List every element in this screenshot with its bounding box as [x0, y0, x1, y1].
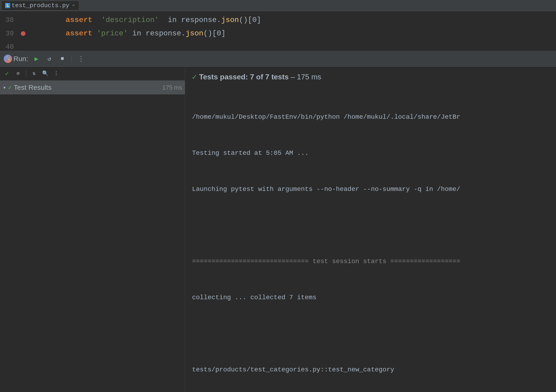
- log-line-5: ============================== test sess…: [192, 255, 549, 268]
- search-button[interactable]: 🔍: [41, 69, 49, 78]
- log-line-7: [192, 328, 549, 340]
- log-line-4: [192, 219, 549, 231]
- line-number-39: 39: [0, 27, 18, 40]
- code-content-40: [28, 40, 34, 54]
- cancel-button[interactable]: ⊘: [14, 69, 22, 78]
- line-number-40: 40: [0, 40, 18, 54]
- python-file-icon: 🐍: [5, 3, 10, 8]
- parens: ()[0]: [239, 16, 261, 24]
- sort-button[interactable]: ⇅: [30, 69, 38, 78]
- gutter-39: [18, 31, 28, 36]
- editor-section: 🐍 test_products.py × 38 assert 'descript…: [0, 0, 556, 51]
- var-response-2: response: [146, 29, 181, 38]
- breakpoint-marker[interactable]: [21, 31, 25, 36]
- test-results-time: 175 ms: [162, 84, 182, 91]
- parens-2: ()[0]: [203, 29, 226, 38]
- test-sidebar: ✓ ⊘ ⇅ 🔍 ⋮ ▾ ✓ Test Results 175 ms: [0, 67, 185, 392]
- code-line-39: 39 assert 'price' in response.json()[0]: [0, 27, 556, 40]
- string-price: 'price': [97, 29, 128, 38]
- log-line-2: Testing started at 5:05 AM ...: [192, 147, 549, 159]
- output-status-bar: ✓ Tests passed: 7 of 7 tests – 175 ms: [192, 71, 549, 82]
- status-passed-label: Tests passed: 7 of 7 tests: [199, 73, 288, 81]
- code-editor[interactable]: 38 assert 'description' in response.json…: [0, 11, 556, 56]
- log-line-8: tests/products/test_categories.py::test_…: [192, 364, 549, 376]
- space: [92, 29, 97, 38]
- test-results-tree-item[interactable]: ▾ ✓ Test Results 175 ms: [0, 81, 185, 94]
- log-line-1: /home/mukul/Desktop/FastEnv/bin/python /…: [192, 111, 549, 123]
- test-results-label: Test Results: [14, 84, 160, 92]
- dot-2: .: [181, 29, 185, 38]
- sidebar-separator: [26, 70, 26, 77]
- line-number-38: 38: [0, 13, 18, 27]
- method-json-2: json: [185, 29, 203, 38]
- run-panel: 🔧 Run: ▶ ↺ ■ ⋮ ✓ ⊘ ⇅ 🔍 ⋮ ▾ ✓ Test Result…: [0, 51, 556, 392]
- log-line-3: Launching pytest with arguments --no-hea…: [192, 183, 549, 195]
- output-panel: ✓ Tests passed: 7 of 7 tests – 175 ms /h…: [185, 67, 556, 392]
- check-all-button[interactable]: ✓: [3, 69, 11, 78]
- tree-expand-icon: ▾: [3, 84, 6, 91]
- run-content: ✓ ⊘ ⇅ 🔍 ⋮ ▾ ✓ Test Results 175 ms ✓ Test…: [0, 67, 556, 392]
- keyword-in-2: in: [128, 29, 146, 38]
- log-line-6: collecting ... collected 7 items: [192, 292, 549, 304]
- keyword-assert-2: assert: [66, 29, 92, 38]
- output-log: /home/mukul/Desktop/FastEnv/bin/python /…: [192, 87, 549, 392]
- code-content-39: assert 'price' in response.json()[0]: [28, 13, 226, 54]
- toolbar-separator: [71, 55, 72, 62]
- test-pass-icon: ✓: [8, 84, 12, 92]
- sidebar-toolbar: ✓ ⊘ ⇅ 🔍 ⋮: [0, 67, 185, 81]
- status-duration: – 175 ms: [291, 73, 321, 81]
- status-text: Tests passed: 7 of 7 tests – 175 ms: [199, 73, 321, 81]
- more-sidebar-button[interactable]: ⋮: [52, 69, 60, 78]
- status-check-icon: ✓: [192, 72, 197, 82]
